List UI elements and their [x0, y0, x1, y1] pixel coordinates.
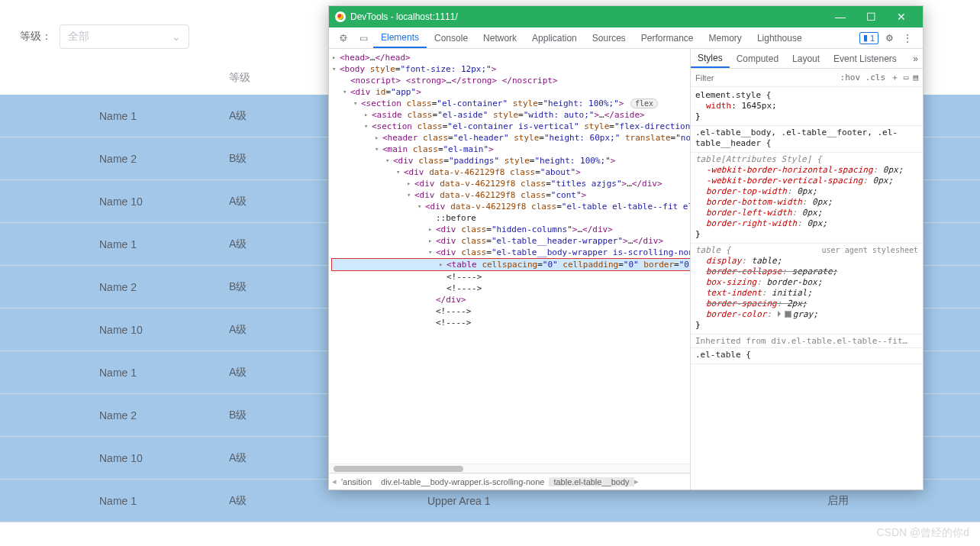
dom-node[interactable]: <header class="el-header" style="height:…	[332, 132, 690, 144]
chrome-icon	[335, 11, 346, 22]
tab-network[interactable]: Network	[475, 27, 524, 48]
css-rule[interactable]: table[Attributes Style] {-webkit-border-…	[691, 153, 923, 244]
dom-node[interactable]: <div class="hidden-columns">…</div>	[332, 224, 690, 235]
styles-rules[interactable]: element.style {width: 1645px;}.el-table_…	[691, 87, 923, 489]
toggle-icon[interactable]: ▤	[913, 73, 918, 82]
devtools-window[interactable]: DevTools - localhost:1111/ — ☐ ✕ ⯐ ▭ Ele…	[328, 5, 924, 490]
grade-select[interactable]: 全部 ⌄	[60, 24, 189, 49]
crumb-next-icon[interactable]: ▸	[634, 477, 639, 486]
dom-node[interactable]: <!---->	[332, 271, 690, 283]
styles-tab-computed[interactable]: Computed	[730, 49, 785, 68]
crumb-item[interactable]: 'ansition	[337, 477, 376, 486]
dom-node[interactable]: </div>	[332, 294, 690, 305]
horizontal-scrollbar[interactable]	[329, 464, 690, 473]
dom-node[interactable]: <div data-v-462129f8 class="titles azjgs…	[332, 178, 690, 189]
dom-node[interactable]: <div data-v-462129f8 class="cont">	[332, 189, 690, 201]
dom-node[interactable]: <!---->	[332, 305, 690, 317]
styles-tab-event-listeners[interactable]: Event Listeners	[827, 49, 904, 68]
titlebar[interactable]: DevTools - localhost:1111/ — ☐ ✕	[329, 6, 923, 27]
dom-node[interactable]: <table cellspacing="0" cellpadding="0" b…	[332, 259, 690, 270]
tab-console[interactable]: Console	[427, 27, 475, 48]
styles-filter-input[interactable]	[695, 73, 836, 82]
dom-node[interactable]: <div data-v-462129f8 class="about">	[332, 166, 690, 178]
more-tabs-icon[interactable]: »	[908, 53, 923, 64]
dom-node[interactable]: <section class="el-container" style="hei…	[332, 98, 690, 109]
filter-label: 等级：	[20, 30, 52, 44]
inspect-icon[interactable]: ⯐	[334, 27, 353, 48]
dom-node[interactable]: ::before	[332, 212, 690, 224]
dom-node[interactable]: <aside class="el-aside" style="width: au…	[332, 109, 690, 121]
tab-application[interactable]: Application	[524, 27, 585, 48]
chevron-down-icon: ⌄	[172, 31, 181, 43]
issues-badge[interactable]: ▮ 1	[859, 32, 878, 44]
crumb-item-selected[interactable]: table.el-table__body	[549, 477, 633, 486]
css-rule[interactable]: .el-table__body, .el-table__footer, .el-…	[691, 126, 923, 153]
dom-node[interactable]: <!---->	[332, 317, 690, 328]
dom-node[interactable]: <div class="paddings" style="height: 100…	[332, 155, 690, 166]
tab-lighthouse[interactable]: Lighthouse	[750, 27, 810, 48]
dom-node[interactable]: <!---->	[332, 283, 690, 294]
dom-node[interactable]: <head>…</head>	[332, 52, 690, 63]
css-rule[interactable]: .el-table {</span><div class="prop "><sp…	[691, 348, 923, 364]
elements-panel: <head>…</head><body style="font-size: 12…	[329, 49, 690, 489]
css-rule[interactable]: element.style {width: 1645px;}	[691, 89, 923, 126]
dom-node[interactable]: <main class="el-main">	[332, 144, 690, 155]
device-icon[interactable]: ▭	[353, 27, 373, 48]
filter-bar: 等级： 全部 ⌄	[20, 24, 189, 49]
minimize-button[interactable]: —	[825, 6, 856, 27]
select-placeholder: 全部	[68, 30, 89, 44]
dom-node[interactable]: <div class="el-table__header-wrapper">…<…	[332, 235, 690, 247]
device-icon[interactable]: ▭	[904, 73, 909, 82]
dom-node[interactable]: <div data-v-462129f8 class="el-table el-…	[332, 201, 690, 212]
css-rule[interactable]: table {user agent stylesheetdisplay: tab…	[691, 244, 923, 334]
styles-tabs: StylesComputedLayoutEvent Listeners»	[691, 49, 923, 69]
dom-node[interactable]: <body style="font-size: 12px;">	[332, 63, 690, 75]
window-title: DevTools - localhost:1111/	[350, 11, 458, 22]
tab-elements[interactable]: Elements	[373, 27, 427, 48]
tab-performance[interactable]: Performance	[633, 27, 701, 48]
close-button[interactable]: ✕	[886, 6, 917, 27]
tab-sources[interactable]: Sources	[585, 27, 633, 48]
dom-node[interactable]: <div id="app">	[332, 86, 690, 98]
more-icon[interactable]: ⋮	[900, 33, 915, 44]
dom-tree[interactable]: <head>…</head><body style="font-size: 12…	[329, 49, 690, 464]
dom-node[interactable]: <noscript> <strong>…</strong> </noscript…	[332, 75, 690, 86]
maximize-button[interactable]: ☐	[856, 6, 886, 27]
dom-node[interactable]: <section class="el-container is-vertical…	[332, 121, 690, 132]
styles-tab-layout[interactable]: Layout	[785, 49, 827, 68]
settings-icon[interactable]: ⚙	[882, 33, 897, 44]
filter-actions[interactable]: :hov .cls ＋	[840, 72, 899, 83]
tab-memory[interactable]: Memory	[701, 27, 750, 48]
styles-tab-styles[interactable]: Styles	[691, 49, 730, 68]
dom-node[interactable]: <div class="el-table__body-wrapper is-sc…	[332, 247, 690, 258]
crumb-item[interactable]: div.el-table__body-wrapper.is-scrolling-…	[376, 477, 549, 486]
breadcrumb[interactable]: ◂ 'ansition div.el-table__body-wrapper.i…	[329, 473, 690, 489]
styles-filter-bar: :hov .cls ＋ ▭ ▤	[691, 69, 923, 87]
styles-panel: StylesComputedLayoutEvent Listeners» :ho…	[690, 49, 923, 489]
devtools-tabs: ⯐ ▭ ElementsConsoleNetworkApplicationSou…	[329, 27, 923, 49]
